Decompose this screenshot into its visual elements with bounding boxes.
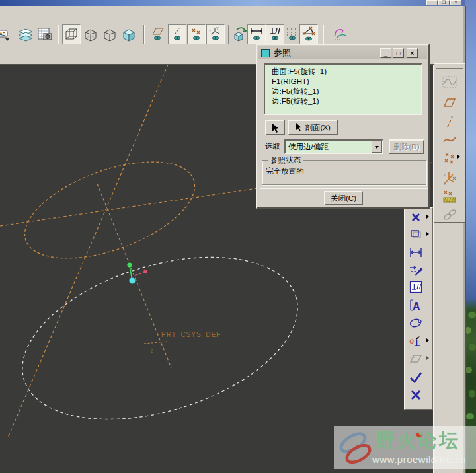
shaded-display-button[interactable] xyxy=(120,24,138,44)
application-window: _ ❐ × AB xyxy=(0,0,476,473)
palette-gripper[interactable] xyxy=(436,67,463,69)
menu-strip xyxy=(0,6,465,22)
select-references-button[interactable] xyxy=(265,120,285,135)
background-title-bar: _ ❐ × xyxy=(0,0,465,6)
reference-item[interactable]: 曲面:F5(旋转_1) xyxy=(272,67,421,77)
csys-axis-line xyxy=(144,342,167,344)
layers-icon[interactable] xyxy=(16,24,34,44)
datum-tag-ab-icon[interactable]: AB xyxy=(0,24,13,44)
accept-icon[interactable] xyxy=(408,369,424,385)
section-button[interactable]: 剖面(X) xyxy=(288,120,338,135)
select-label: 选取 xyxy=(265,141,280,151)
wireframe-display-button[interactable] xyxy=(62,24,81,44)
centerline-steep xyxy=(8,65,168,437)
datum-point-icon[interactable] xyxy=(442,151,457,166)
minimize-button[interactable]: _ xyxy=(426,0,438,5)
separator xyxy=(228,25,229,44)
flyout-arrow-icon[interactable] xyxy=(426,232,429,236)
reference-item[interactable]: 边:F5(旋转_1) xyxy=(272,87,421,96)
separator xyxy=(143,25,145,44)
no-hidden-display-button[interactable] xyxy=(100,24,119,44)
flyout-arrow-icon[interactable] xyxy=(426,215,429,219)
dialog-icon xyxy=(261,49,270,57)
green-reference-point[interactable] xyxy=(127,262,132,267)
orient-sketch-icon[interactable] xyxy=(331,24,349,44)
flyout-arrow-icon[interactable] xyxy=(426,338,429,342)
dialog-title-bar[interactable]: 参照 _ □ × xyxy=(258,46,427,59)
import-tool-icon-disabled[interactable] xyxy=(408,351,424,367)
csys-label: PRT_CSYS_DEF xyxy=(161,331,221,338)
rectangle-tool-icon[interactable] xyxy=(408,227,424,242)
grid-display-button[interactable] xyxy=(283,24,301,44)
reference-item[interactable]: F1(RIGHT) xyxy=(272,77,421,87)
references-list[interactable]: 曲面:F5(旋转_1) F1(RIGHT) 边:F5(旋转_1) 边:F5(旋转… xyxy=(264,63,422,115)
svg-text:AB: AB xyxy=(0,32,6,36)
svg-text:A: A xyxy=(413,301,420,312)
datum-curve-icon[interactable] xyxy=(442,133,457,147)
reference-item[interactable]: 边:F5(旋转_1) xyxy=(272,96,421,106)
select-x-icon[interactable] xyxy=(408,209,424,225)
close-dialog-button[interactable]: 关闭(C) xyxy=(324,191,363,205)
csys-display-button[interactable]: YZ xyxy=(206,24,225,44)
trim-tool-icon[interactable] xyxy=(408,333,424,349)
refit-icon[interactable] xyxy=(231,24,249,44)
text-tool-icon[interactable]: A xyxy=(408,297,424,313)
cancel-icon[interactable] xyxy=(408,387,424,403)
sketch-ellipse-bottom xyxy=(3,227,317,449)
spline-icon-disabled[interactable] xyxy=(442,75,457,89)
svg-text:y: y xyxy=(444,172,446,176)
reference-type-combo[interactable]: 使用边/偏距 xyxy=(284,139,383,154)
chain-icon-disabled[interactable] xyxy=(442,207,457,222)
reference-ellipse-top xyxy=(13,142,208,277)
axis-display-button[interactable] xyxy=(168,24,186,44)
red-reference-point[interactable] xyxy=(143,270,147,273)
svg-text:Y: Y xyxy=(216,26,219,30)
csys-tick-label: 2 xyxy=(151,349,153,353)
delete-button[interactable]: 删除(D) xyxy=(389,139,424,154)
dialog-maximize-button[interactable]: □ xyxy=(393,48,404,58)
watermark-url: www.proewildfire.cn xyxy=(372,454,466,465)
vertex-display-button[interactable] xyxy=(299,24,318,44)
watermark-title: 野火论坛 xyxy=(376,427,460,454)
forum-logo xyxy=(335,429,377,472)
datum-palette: yz xyxy=(434,63,465,223)
dialog-minimize-button[interactable]: _ xyxy=(380,48,391,58)
references-dialog: 参照 _ □ × 曲面:F5(旋转_1) F1(RIGHT) 边:F5(旋转_1… xyxy=(256,44,430,209)
datum-csys-icon[interactable]: yz xyxy=(442,171,457,186)
dimension-tool-icon[interactable] xyxy=(408,244,424,260)
cyan-reference-point[interactable] xyxy=(129,277,135,283)
use-edge-tool-icon[interactable] xyxy=(408,315,424,331)
dialog-close-button[interactable]: × xyxy=(407,48,418,58)
datum-plane-icon[interactable] xyxy=(442,96,457,110)
combo-value: 使用边/偏距 xyxy=(288,142,329,152)
datum-axis-icon[interactable] xyxy=(442,114,457,129)
axis-of-revolution xyxy=(97,184,171,368)
desktop-wallpaper xyxy=(465,0,476,473)
separator xyxy=(58,25,59,44)
restore-button[interactable]: ❐ xyxy=(438,0,450,5)
separator xyxy=(260,188,428,189)
saved-views-icon[interactable] xyxy=(36,24,54,44)
modify-tool-icon[interactable] xyxy=(408,262,424,278)
svg-text:z: z xyxy=(444,182,446,186)
flyout-arrow-icon[interactable] xyxy=(457,155,460,159)
hidden-line-display-button[interactable] xyxy=(81,24,100,44)
point-display-button[interactable] xyxy=(187,24,206,44)
svg-text:Z: Z xyxy=(209,29,212,33)
reference-status-text: 完全放置的 xyxy=(266,166,304,176)
constraint-tool-icon[interactable] xyxy=(408,279,424,295)
dimension-display-button[interactable] xyxy=(247,24,266,44)
sketcher-toolbar: A xyxy=(404,207,433,410)
plane-display-button[interactable] xyxy=(148,24,167,44)
point-hatch-icon[interactable] xyxy=(442,190,457,204)
section-button-label: 剖面(X) xyxy=(305,124,330,131)
reference-status-legend: 参照状态 xyxy=(268,155,303,165)
separator xyxy=(323,25,324,44)
flyout-arrow-icon[interactable] xyxy=(426,356,429,360)
dialog-title: 参照 xyxy=(274,47,291,59)
combo-dropdown-icon[interactable] xyxy=(372,141,382,153)
constraint-display-button[interactable] xyxy=(266,24,284,44)
forum-watermark: 野火论坛 www.proewildfire.cn xyxy=(334,426,476,469)
close-button[interactable]: × xyxy=(450,0,461,5)
red-reference-segment xyxy=(135,272,144,275)
